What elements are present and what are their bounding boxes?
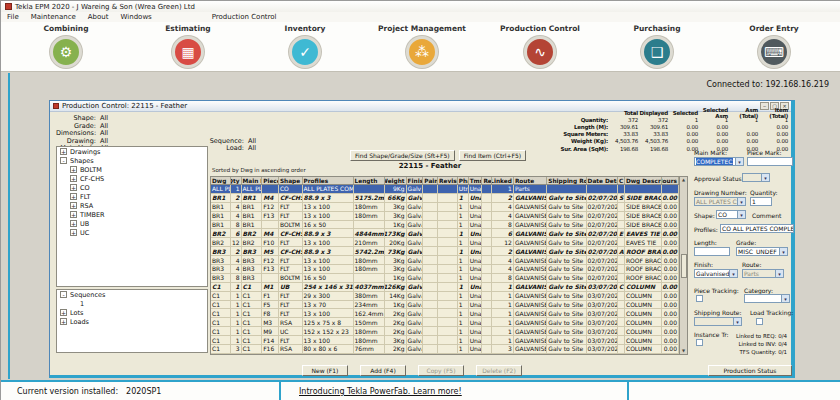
- grid-col-header-weight[interactable]: Weight: [385, 177, 407, 184]
- piece-mark-input[interactable]: [747, 157, 793, 166]
- grid-row[interactable]: C11C1F1FLT29 x 300380mm14KgGalvan1Unas1G…: [211, 292, 679, 301]
- grid-row[interactable]: BR34BR3F12FLT13 x 100180mm3KgGalvan1Unas…: [211, 256, 679, 265]
- tree-item-sequences[interactable]: -Sequences: [57, 290, 207, 299]
- grid-row[interactable]: BR14BR1F12FLT13 x 100180mm3KgGalvan1Unas…: [211, 203, 679, 212]
- grid-col-header-dwg[interactable]: Dwg: [211, 177, 231, 184]
- menu-item-file[interactable]: File: [1, 13, 25, 21]
- grid-row[interactable]: C11C1M1UB254 x 146 x 314037mm126KgGalva1…: [211, 283, 679, 292]
- finish-combo[interactable]: Galvanised: [694, 269, 738, 278]
- expand-icon[interactable]: +: [70, 229, 77, 236]
- grid-row[interactable]: C11C1M9UC152 x 152 x 23180mm2KgGalvan1Un…: [211, 327, 679, 336]
- scroll-up-icon[interactable]: ▲: [682, 177, 685, 183]
- tree-item-cf-chs[interactable]: +CF-CHS: [57, 174, 207, 183]
- expand-icon[interactable]: +: [70, 211, 77, 218]
- grid-col-header-ref[interactable]: Ref #: [482, 177, 492, 184]
- grid-row[interactable]: BR38BR3BOLTM16 x 501KgGalvan1Unas8GALVAN…: [211, 274, 679, 283]
- grid-scrollbar[interactable]: ▲ ▼: [679, 177, 687, 354]
- expand-icon[interactable]: +: [70, 175, 77, 182]
- piece-tracking-checkbox[interactable]: [696, 295, 703, 302]
- menu-item-production-control[interactable]: Production Control: [206, 13, 283, 21]
- grid-col-header-main_mk[interactable]: Main Mk: [242, 177, 263, 184]
- grid-row[interactable]: ALL PLA1ALL PLACOALL PLATES COMPLETE9KgG…: [211, 185, 679, 194]
- tree-item-flt[interactable]: +FLT: [57, 192, 207, 201]
- collapse-icon[interactable]: -: [60, 157, 67, 164]
- grid-row[interactable]: BR14BR1F13FLT13 x 100180mm3KgGalvan1Unas…: [211, 212, 679, 221]
- tree-item-ub[interactable]: +UB: [57, 219, 207, 228]
- grid-col-header-hours[interactable]: Hours: [662, 177, 679, 184]
- grid-col-header-revision[interactable]: Revision #: [438, 177, 458, 184]
- menu-item-windows[interactable]: Windows: [115, 13, 158, 21]
- scroll-thumb[interactable]: [681, 254, 687, 278]
- module-inventory[interactable]: Inventory✓: [250, 24, 360, 68]
- tree-item-lots[interactable]: +Lots: [57, 308, 207, 317]
- scroll-down-icon[interactable]: ▼: [682, 348, 685, 354]
- tree-item-uc[interactable]: +UC: [57, 228, 207, 237]
- module-order-entry[interactable]: Order Entry⌨: [719, 24, 829, 68]
- profiles-input[interactable]: CO ALL PLATES COMPLETED: [720, 224, 794, 233]
- new-button[interactable]: New (F1): [302, 365, 348, 376]
- grid-col-header-paint[interactable]: Paint: [423, 177, 438, 184]
- module-project-management[interactable]: Project Management⁂: [367, 24, 477, 68]
- grid-col-header-description[interactable]: Dwg Description: [625, 177, 662, 184]
- grid-row[interactable]: BR18BR1BOLTM16 x 501KgGalvan1Unas8GALVAN…: [211, 221, 679, 230]
- instance-tracking-checkbox[interactable]: [696, 339, 703, 346]
- tree-item-1[interactable]: 1: [57, 299, 207, 308]
- grid-row[interactable]: C11C1F8FLT13 x 100162.4mm2KgGalvan1Unas1…: [211, 309, 679, 318]
- comment-label[interactable]: Comment: [752, 212, 781, 219]
- grid-row[interactable]: BR32BR3M5CF-CHS88.9 x 35742.2mm73KgGalva…: [211, 247, 679, 256]
- expand-icon[interactable]: +: [70, 202, 77, 209]
- grade-combo[interactable]: MISC_UNDEF: [736, 247, 788, 256]
- grid-col-header-length[interactable]: Length: [354, 177, 385, 184]
- module-purchasing[interactable]: Purchasing❑: [602, 24, 712, 68]
- shape-combo[interactable]: CO: [716, 210, 746, 219]
- grid-row[interactable]: BR26BR2M4CF-CHS88.9 x 34844mm173KgGalva1…: [211, 229, 679, 238]
- grid-col-header-profile[interactable]: Profiles: [303, 177, 354, 184]
- grid-col-header-tms[interactable]: Tms: [469, 177, 483, 184]
- find-shape-button[interactable]: Find Shape/Grade/Size (Sft+F5): [350, 150, 455, 161]
- expand-icon[interactable]: +: [70, 166, 77, 173]
- items-grid[interactable]: DwgQtyMain MkPiece MkShapeProfilesLength…: [210, 176, 688, 355]
- grid-row[interactable]: BR34BR3F13FLT13 x 100180mm3KgGalvan1Unas…: [211, 265, 679, 274]
- grid-col-header-qty[interactable]: Qty: [231, 177, 242, 184]
- tree-item-loads[interactable]: +Loads: [57, 317, 207, 326]
- load-tracking-checkbox[interactable]: [756, 318, 763, 325]
- grid-row[interactable]: BR212BR2F10FLT13 x 100210mm20KgGalvan1Un…: [211, 238, 679, 247]
- grid-col-header-finish[interactable]: Finish: [407, 177, 424, 184]
- grid-col-header-phas[interactable]: Phas: [458, 177, 469, 184]
- grid-col-header-not_linked[interactable]: Not Linked: [492, 177, 514, 184]
- grid-col-header-shape[interactable]: Shape: [279, 177, 303, 184]
- grid-row[interactable]: C13C1F16RSA80 x 80 x 676mm2KgGalvan1Unas…: [211, 345, 679, 354]
- tree-item-timber[interactable]: +TIMBER: [57, 210, 207, 219]
- expand-icon[interactable]: +: [60, 309, 67, 316]
- grid-col-header-date_detailed[interactable]: Date Detailed: [587, 177, 618, 184]
- expand-icon[interactable]: +: [70, 193, 77, 200]
- tree-item-boltm[interactable]: +BOLTM: [57, 165, 207, 174]
- tree-item-shapes[interactable]: -Shapes: [57, 156, 207, 165]
- expand-icon[interactable]: +: [60, 318, 67, 325]
- tree-item-drawings[interactable]: +Drawings: [57, 147, 207, 156]
- tree-item-rsa[interactable]: +RSA: [57, 201, 207, 210]
- add-button[interactable]: Add (F4): [360, 365, 406, 376]
- menu-item-maintenance[interactable]: Maintenance: [25, 13, 82, 21]
- length-input[interactable]: [694, 247, 730, 256]
- powerfab-promo-link[interactable]: Introducing Tekla PowerFab. Learn more!: [299, 387, 462, 396]
- grid-col-header-piece_mk[interactable]: Piece Mk: [262, 177, 279, 184]
- grid-row[interactable]: C11C1F5FLT13 x 70234mm1KgGalvan1Unas1GAL…: [211, 301, 679, 310]
- expand-icon[interactable]: +: [70, 220, 77, 227]
- module-production-control[interactable]: Production Control∿: [485, 24, 595, 68]
- production-status-button[interactable]: Production Status: [708, 365, 792, 376]
- module-combining[interactable]: Combining⚙: [11, 24, 121, 68]
- grid-row[interactable]: C11C1F14FLT13 x 100180mm3KgGalvan1Unas1G…: [211, 336, 679, 345]
- collapse-icon[interactable]: -: [60, 291, 67, 298]
- tree-item-co[interactable]: +CO: [57, 183, 207, 192]
- grid-row[interactable]: BR12BR1M4CF-CHS88.9 x 35175.2mm66KgGalva…: [211, 194, 679, 203]
- category-combo[interactable]: [744, 294, 790, 303]
- quantity-input[interactable]: 1: [750, 197, 772, 206]
- grid-col-header-route[interactable]: Route: [514, 177, 547, 184]
- main-mark-combo[interactable]: COMPLETEC: [694, 157, 744, 166]
- menu-item-about[interactable]: About: [82, 13, 115, 21]
- grid-col-header-c[interactable]: C: [618, 177, 625, 184]
- find-item-button[interactable]: Find Item (Ctrl+F5): [459, 150, 526, 161]
- expand-icon[interactable]: +: [70, 184, 77, 191]
- module-estimating[interactable]: Estimating▦: [133, 24, 243, 68]
